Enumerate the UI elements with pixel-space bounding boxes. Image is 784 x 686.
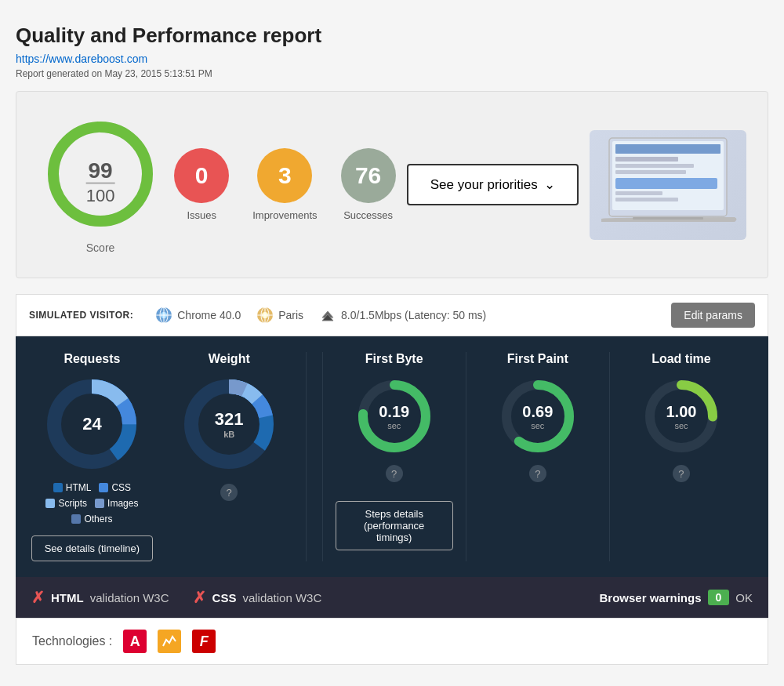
chevron-down-icon: ⌄ — [544, 176, 555, 193]
ok-count: 0 — [708, 590, 730, 605]
load-time-value: 1.00 — [666, 403, 696, 421]
simulated-visitor-bar: SIMULATED VISITOR: Chrome 40.0 — [16, 294, 768, 336]
browser-warnings: Browser warnings 0 OK — [599, 590, 753, 605]
network-label: 8.0/1.5Mbps (Latency: 50 ms) — [341, 309, 486, 321]
ok-text: OK — [735, 591, 753, 604]
score-numerator: 99 — [86, 158, 115, 183]
svg-rect-10 — [615, 198, 678, 201]
score-panel: 99 100 Score 0 Issues 3 Improvements 76 … — [16, 91, 768, 278]
report-date: Report generated on May 23, 2015 5:13:51… — [16, 68, 768, 79]
load-time-unit: sec — [666, 421, 696, 430]
requests-legend: HTML CSS Scripts Images — [31, 482, 153, 524]
first-byte-value: 0.19 — [379, 403, 409, 421]
score-label: Score — [38, 241, 163, 254]
location-icon — [256, 307, 274, 324]
weight-col: Weight 321 kB ? — [169, 352, 290, 561]
simulated-label: SIMULATED VISITOR: — [29, 310, 133, 321]
first-byte-unit: sec — [379, 421, 409, 430]
flash-icon: F — [192, 630, 216, 653]
first-byte-donut: 0.19 sec — [355, 377, 434, 456]
badges: 0 Issues 3 Improvements 76 Successes — [174, 148, 395, 221]
technologies-bar: Technologies : A F — [16, 618, 768, 665]
html-validation: ✗ HTML validation W3C — [31, 588, 169, 607]
angular-icon: A — [123, 630, 147, 653]
legend-html: HTML — [53, 482, 92, 493]
first-paint-value: 0.69 — [522, 403, 553, 421]
first-paint-donut: 0.69 sec — [499, 377, 577, 456]
legend-scripts: Scripts — [45, 498, 87, 509]
svg-rect-7 — [615, 170, 686, 174]
site-url[interactable]: https://www.dareboost.com — [16, 53, 147, 65]
weight-title: Weight — [169, 352, 290, 366]
load-time-donut: 1.00 sec — [642, 377, 720, 456]
svg-rect-8 — [615, 178, 717, 189]
css-suffix: validation W3C — [242, 591, 321, 604]
timeline-button[interactable]: See details (timeline) — [31, 535, 153, 561]
first-paint-unit: sec — [522, 421, 553, 430]
weight-unit: kB — [215, 430, 244, 439]
svg-rect-9 — [615, 191, 662, 195]
header: Quality and Performance report https://w… — [16, 16, 768, 91]
legend-css: CSS — [99, 482, 131, 493]
location-item: Paris — [256, 307, 303, 324]
chart-icon — [158, 630, 181, 653]
legend-images: Images — [95, 498, 138, 509]
browser-warnings-label: Browser warnings — [599, 591, 701, 604]
improvements-label: Improvements — [252, 209, 317, 221]
metrics-left: Requests 24 HTML — [31, 352, 307, 561]
svg-rect-4 — [615, 144, 720, 154]
network-icon — [319, 307, 336, 324]
issues-badge: 0 Issues — [174, 148, 229, 221]
weight-help-icon[interactable]: ? — [220, 484, 238, 501]
successes-count: 76 — [341, 148, 396, 203]
requests-title: Requests — [31, 352, 153, 366]
requests-donut: 24 — [45, 377, 139, 471]
load-time-title: Load time — [622, 352, 740, 366]
validation-bar: ✗ HTML validation W3C ✗ CSS validation W… — [16, 577, 768, 618]
steps-button[interactable]: Steps details (performance timings) — [336, 501, 453, 550]
weight-value: 321 — [215, 409, 244, 430]
browser-label: Chrome 40.0 — [177, 309, 241, 321]
location-label: Paris — [278, 309, 303, 321]
html-suffix: validation W3C — [90, 591, 169, 604]
css-label: CSS — [212, 591, 237, 604]
priorities-button[interactable]: See your priorities ⌄ — [407, 164, 579, 205]
metrics-right: First Byte 0.19 sec ? Steps details (per… — [307, 352, 753, 561]
score-denominator: 100 — [86, 183, 115, 206]
load-time-col: Load time 1.00 sec ? — [609, 352, 753, 561]
first-byte-col: First Byte 0.19 sec ? Steps details (per… — [322, 352, 466, 561]
svg-rect-11 — [633, 217, 703, 220]
tech-label: Technologies : — [32, 634, 112, 648]
html-label: HTML — [51, 591, 84, 604]
browser-item: Chrome 40.0 — [155, 307, 241, 324]
requests-value: 24 — [82, 414, 101, 434]
requests-col: Requests 24 HTML — [31, 352, 153, 561]
first-byte-help-icon[interactable]: ? — [386, 465, 403, 482]
successes-badge: 76 Successes — [341, 148, 396, 221]
improvements-badge: 3 Improvements — [252, 148, 317, 221]
issues-count: 0 — [174, 148, 229, 203]
first-byte-title: First Byte — [336, 352, 453, 366]
issues-label: Issues — [174, 209, 229, 221]
screenshot-preview — [590, 130, 746, 240]
page-title: Quality and Performance report — [16, 24, 768, 48]
score-donut: 99 100 Score — [38, 115, 163, 254]
network-item: 8.0/1.5Mbps (Latency: 50 ms) — [319, 307, 486, 324]
svg-rect-6 — [615, 164, 694, 168]
load-time-help-icon[interactable]: ? — [673, 465, 690, 482]
laptop-mockup — [590, 130, 746, 240]
svg-rect-5 — [615, 157, 678, 162]
html-error-icon: ✗ — [31, 588, 45, 607]
css-validation: ✗ CSS validation W3C — [193, 588, 322, 607]
weight-donut: 321 kB — [182, 377, 276, 471]
improvements-count: 3 — [257, 148, 312, 203]
metrics-panel: Requests 24 HTML — [16, 336, 768, 577]
first-paint-help-icon[interactable]: ? — [529, 465, 546, 482]
edit-params-button[interactable]: Edit params — [671, 303, 755, 328]
legend-others: Others — [71, 514, 112, 524]
first-paint-col: First Paint 0.69 sec ? — [466, 352, 609, 561]
successes-label: Successes — [341, 209, 396, 221]
css-error-icon: ✗ — [193, 588, 206, 607]
first-paint-title: First Paint — [479, 352, 597, 366]
browser-icon — [155, 307, 172, 324]
